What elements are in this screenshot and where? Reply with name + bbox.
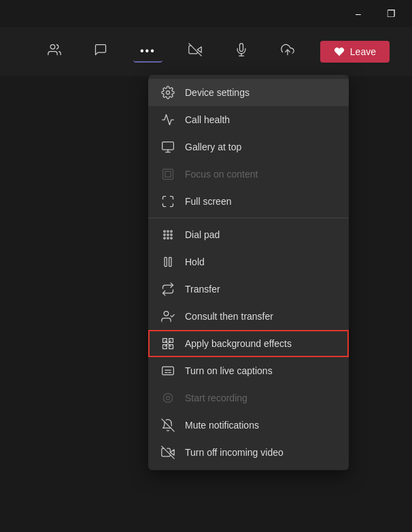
pulse-icon: [160, 113, 175, 127]
bg-effects-icon: [160, 337, 175, 350]
call-toolbar: •••: [0, 27, 412, 76]
svg-point-12: [167, 231, 169, 233]
restore-button[interactable]: ❐: [375, 3, 407, 24]
focus-content-label: Focus on content: [185, 168, 337, 180]
toolbar-mic[interactable]: [228, 39, 255, 65]
menu-dial-pad[interactable]: Dial pad: [148, 221, 349, 248]
menu-transfer[interactable]: Transfer: [148, 276, 349, 303]
dial-pad-label: Dial pad: [185, 229, 337, 241]
svg-point-5: [167, 91, 170, 95]
title-bar: – ❐: [0, 0, 412, 27]
svg-point-13: [171, 231, 173, 233]
svg-point-0: [50, 45, 55, 50]
menu-full-screen[interactable]: Full screen: [148, 188, 349, 215]
menu-hold[interactable]: Hold: [148, 248, 349, 276]
record-icon: [160, 391, 175, 405]
captions-icon: [160, 364, 175, 378]
divider-1: [148, 218, 349, 218]
menu-turn-off-video[interactable]: Turn off incoming video: [148, 439, 349, 466]
phone-icon: [334, 46, 345, 57]
start-recording-label: Start recording: [185, 392, 337, 404]
gallery-top-label: Gallery at top: [185, 141, 337, 153]
dialpad-icon: [160, 228, 175, 242]
svg-rect-9: [163, 169, 173, 180]
gallery-icon: [160, 140, 175, 154]
leave-button[interactable]: Leave: [320, 41, 390, 63]
mic-icon: [235, 43, 248, 61]
consult-icon: [160, 310, 175, 323]
fullscreen-icon: [160, 195, 175, 208]
menu-mute-notif[interactable]: Mute notifications: [148, 412, 349, 439]
svg-point-14: [164, 234, 166, 236]
svg-point-18: [167, 237, 169, 239]
consult-transfer-label: Consult then transfer: [185, 310, 337, 322]
svg-point-19: [171, 237, 173, 239]
video-off-menu-icon: [160, 446, 175, 459]
transfer-label: Transfer: [185, 283, 337, 295]
people-icon: [48, 43, 61, 61]
svg-rect-6: [162, 142, 174, 150]
video-off-icon: [188, 43, 202, 61]
more-options-menu: Device settings Call health Gallery at t…: [148, 75, 349, 470]
svg-rect-10: [165, 171, 171, 177]
turn-off-video-label: Turn off incoming video: [185, 446, 337, 459]
svg-point-22: [164, 312, 169, 316]
chat-icon: [94, 43, 107, 61]
gear-icon: [160, 86, 175, 99]
hold-label: Hold: [185, 256, 337, 268]
svg-point-16: [171, 234, 173, 236]
svg-rect-23: [162, 367, 174, 375]
toolbar-people[interactable]: [41, 39, 68, 65]
mute-notif-label: Mute notifications: [185, 419, 337, 431]
svg-point-25: [167, 397, 170, 400]
svg-line-26: [162, 419, 174, 431]
svg-point-15: [167, 234, 169, 236]
menu-device-settings[interactable]: Device settings: [148, 79, 349, 106]
call-health-label: Call health: [185, 114, 337, 126]
apply-bg-label: Apply background effects: [185, 337, 337, 350]
svg-point-17: [164, 237, 166, 239]
menu-apply-bg[interactable]: Apply background effects: [148, 330, 349, 357]
svg-point-11: [164, 231, 166, 233]
hold-icon: [160, 255, 175, 269]
bell-off-icon: [160, 418, 175, 432]
toolbar-chat[interactable]: [87, 39, 114, 65]
menu-focus-content: Focus on content: [148, 161, 349, 188]
device-settings-label: Device settings: [185, 86, 337, 99]
menu-consult-transfer[interactable]: Consult then transfer: [148, 303, 349, 330]
more-icon: •••: [140, 45, 156, 57]
focus-icon: [160, 167, 175, 181]
minimize-button[interactable]: –: [343, 3, 374, 24]
menu-gallery-top[interactable]: Gallery at top: [148, 133, 349, 161]
menu-start-recording: Start recording: [148, 384, 349, 412]
live-captions-label: Turn on live captions: [185, 365, 337, 377]
toolbar-share[interactable]: [274, 39, 301, 65]
transfer-icon: [160, 282, 175, 296]
full-screen-label: Full screen: [185, 195, 337, 207]
share-icon: [281, 43, 294, 61]
svg-rect-21: [169, 257, 171, 266]
toolbar-more[interactable]: •••: [133, 41, 162, 63]
menu-live-captions[interactable]: Turn on live captions: [148, 357, 349, 384]
menu-call-health[interactable]: Call health: [148, 106, 349, 133]
toolbar-video[interactable]: [182, 39, 209, 65]
svg-rect-20: [165, 257, 167, 266]
svg-point-24: [163, 393, 172, 402]
